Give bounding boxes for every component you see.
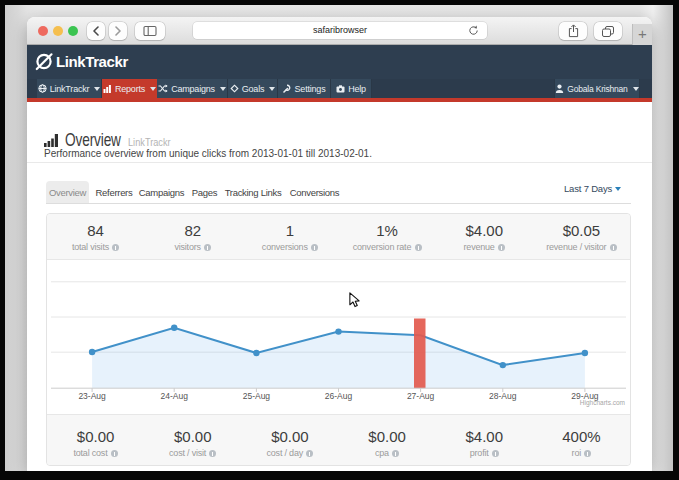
svg-text:25-Aug: 25-Aug [243,391,271,401]
svg-text:28-Aug: 28-Aug [489,391,517,401]
svg-text:24-Aug: 24-Aug [160,391,188,401]
svg-text:23-Aug: 23-Aug [78,391,106,401]
svg-text:27-Aug: 27-Aug [407,391,435,401]
svg-text:26-Aug: 26-Aug [325,391,353,401]
svg-text:Highcharts.com: Highcharts.com [580,399,625,407]
